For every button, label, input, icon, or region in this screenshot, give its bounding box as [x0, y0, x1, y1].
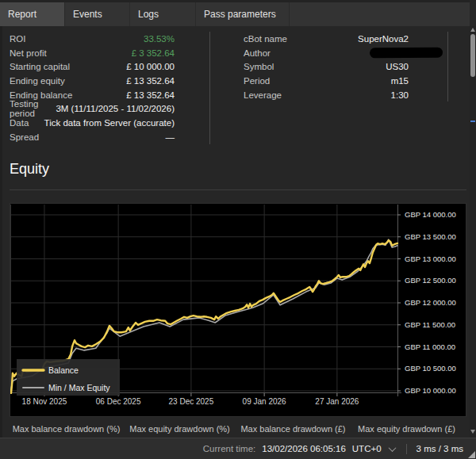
column-header-max-balance-drawdown: Max balance drawdown (%) — [10, 424, 123, 434]
equity-section-title: Equity — [10, 161, 49, 178]
stat-value: — — [166, 132, 210, 142]
stat-row-cbot-name: cBot nameSuperNova2 — [244, 32, 447, 46]
stat-value: m15 — [391, 76, 447, 86]
tab-pass-parameters[interactable]: Pass parameters — [196, 2, 290, 26]
stat-row-spread: Spread— — [10, 130, 209, 144]
y-tick-label: GBP 12 500.00 — [405, 276, 456, 285]
y-tick-label: GBP 11 500.00 — [405, 320, 455, 329]
redacted-author-value — [370, 48, 443, 59]
summary-stats-left: ROI33.53%Net profit£ 3 352.64Starting ca… — [10, 32, 210, 144]
stat-label: Ending balance — [10, 90, 72, 100]
y-tick-label: GBP 14 000.00 — [405, 210, 456, 219]
equity-chart-svg: GBP 14 000.00GBP 13 500.00GBP 13 000.00G… — [10, 204, 466, 416]
y-tick-label: GBP 12 000.00 — [405, 298, 456, 307]
current-time-label: Current time: — [203, 444, 255, 453]
stat-row-testing-period: Testing period3M (11/11/2025 - 11/02/202… — [10, 101, 209, 116]
current-time-value: 13/02/2026 06:05:16 — [262, 444, 346, 453]
x-tick-label: 18 Nov 2025 — [22, 397, 67, 406]
summary-stats-right: cBot nameSuperNova2AuthorSymbolUS30Perio… — [244, 32, 448, 101]
stat-value: SuperNova2 — [358, 34, 447, 44]
column-header-max-balance-drawdown: Max balance drawdown (£) — [236, 424, 350, 434]
tab-events[interactable]: Events — [65, 2, 130, 26]
stat-value: Tick data from Server (accurate) — [44, 118, 209, 128]
legend-label-min-max-equity: Min / Max Equity — [48, 383, 110, 392]
y-tick-label: GBP 10 500.00 — [405, 364, 456, 373]
y-tick-label: GBP 10 000.00 — [405, 386, 456, 395]
report-tab-bar: ReportEventsLogsPass parameters — [0, 0, 476, 26]
stat-row-period: Periodm15 — [244, 74, 447, 88]
legend-label-balance: Balance — [48, 365, 79, 375]
resize-grip-icon[interactable] — [468, 451, 475, 458]
statusbar-divider — [406, 444, 407, 454]
x-tick-label: 09 Jan 2026 — [243, 397, 286, 406]
stat-label: Data — [10, 118, 29, 128]
equity-chart[interactable]: GBP 14 000.00GBP 13 500.00GBP 13 000.00G… — [10, 203, 466, 417]
tabbar-corner — [470, 0, 476, 26]
stat-value: US30 — [386, 62, 447, 71]
stat-label: Author — [244, 48, 271, 58]
stat-row-ending-equity: Ending equity£ 13 352.64 — [10, 74, 209, 88]
stat-row-leverage: Leverage1:30 — [244, 88, 447, 102]
stat-label: Symbol — [244, 62, 274, 71]
stat-row-symbol: SymbolUS30 — [244, 59, 447, 74]
stat-row-starting-capital: Starting capital£ 10 000.00 — [10, 59, 209, 74]
scroll-down-icon[interactable] — [470, 430, 475, 434]
window-left-edge — [0, 0, 2, 438]
chevron-down-icon[interactable] — [388, 444, 396, 452]
column-header-max-equity-drawdown: Max equity drawdown (%) — [123, 424, 236, 434]
stat-label: Testing period — [10, 99, 56, 118]
stat-value: 33.53% — [144, 34, 209, 44]
stat-label: cBot name — [244, 34, 287, 44]
chart-legend: BalanceMin / Max Equity — [17, 359, 120, 396]
vertical-scrollbar[interactable] — [470, 26, 476, 438]
scrollbar-marker — [470, 120, 475, 122]
section-divider — [10, 189, 466, 190]
x-tick-label: 23 Dec 2025 — [169, 397, 214, 406]
stat-row-roi: ROI33.53% — [10, 32, 209, 46]
stat-label: Leverage — [244, 90, 282, 100]
y-tick-label: GBP 13 500.00 — [405, 232, 456, 241]
x-tick-label: 27 Jan 2026 — [315, 397, 359, 406]
scrollbar-thumb[interactable] — [470, 34, 475, 77]
stat-value: 1:30 — [391, 90, 447, 100]
stat-label: Ending equity — [10, 76, 65, 86]
column-header-max-equity-drawdown: Max equity drawdown (£) — [350, 424, 463, 434]
stat-label: Period — [244, 76, 270, 86]
timezone-value[interactable]: UTC+0 — [352, 444, 382, 453]
status-bar: Current time: 13/02/2026 06:05:16 UTC+0 … — [0, 438, 476, 459]
stat-row-author: Author — [244, 46, 447, 60]
stat-label: ROI — [10, 34, 25, 44]
stat-label: Starting capital — [10, 62, 70, 71]
stat-value: £ 13 352.64 — [126, 76, 209, 86]
drawdown-header-row: Max balance drawdown (%)Max equity drawd… — [10, 424, 463, 434]
stat-row-net-profit: Net profit£ 3 352.64 — [10, 46, 209, 60]
tab-logs[interactable]: Logs — [130, 2, 196, 26]
stat-label: Spread — [10, 132, 39, 142]
stat-value: £ 13 352.64 — [126, 90, 209, 100]
stat-value: £ 3 352.64 — [132, 48, 209, 58]
y-tick-label: GBP 11 000.00 — [405, 342, 455, 351]
y-tick-label: GBP 13 000.00 — [405, 254, 456, 263]
stat-value: £ 10 000.00 — [126, 62, 209, 71]
stat-value: 3M (11/11/2025 - 11/02/2026) — [56, 104, 209, 113]
x-tick-label: 06 Dec 2025 — [96, 397, 141, 406]
tab-report[interactable]: Report — [0, 2, 65, 26]
stat-label: Net profit — [10, 48, 47, 58]
scroll-up-icon[interactable] — [470, 28, 475, 32]
backtest-report-window: ReportEventsLogsPass parameters ROI33.53… — [0, 0, 476, 459]
latency-value: 3 ms / 3 ms — [416, 444, 463, 453]
